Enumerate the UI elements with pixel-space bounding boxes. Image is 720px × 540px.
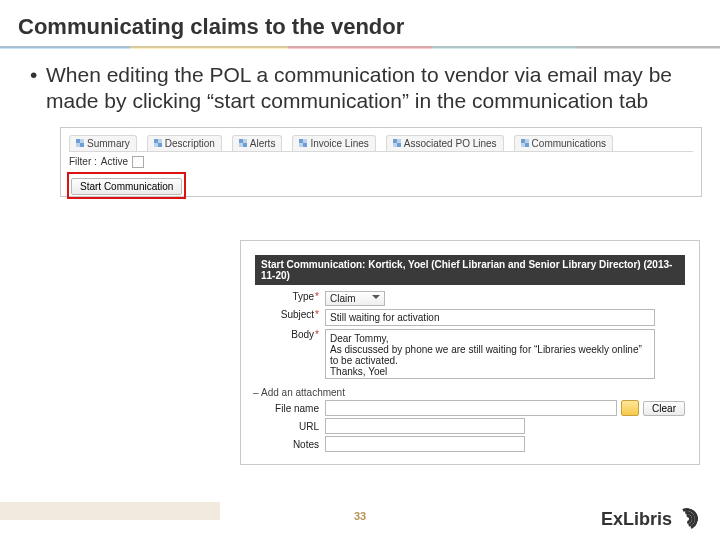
dialog-header: Start Communication: Kortick, Yoel (Chie… — [255, 255, 685, 285]
row-body: Body* Dear Tommy, As discussed by phone … — [255, 329, 685, 379]
url-label: URL — [255, 421, 325, 432]
tab-label: Description — [165, 138, 215, 149]
grid-icon — [154, 139, 162, 147]
title-underline — [0, 46, 720, 48]
grid-icon — [393, 139, 401, 147]
filename-label: File name — [255, 403, 325, 414]
clear-button[interactable]: Clear — [643, 401, 685, 416]
page-number: 33 — [354, 510, 366, 522]
tab-label: Communications — [532, 138, 606, 149]
tab-label: Invoice Lines — [310, 138, 368, 149]
row-url: URL — [255, 418, 685, 434]
tab-communications[interactable]: Communications — [514, 135, 613, 151]
type-label: Type — [292, 291, 314, 302]
type-select[interactable]: Claim — [325, 291, 385, 306]
subject-input[interactable]: Still waiting for activation — [325, 309, 655, 326]
footer-bar — [0, 502, 220, 520]
tab-label: Alerts — [250, 138, 276, 149]
required-asterisk: * — [315, 291, 319, 302]
filename-input[interactable] — [325, 400, 617, 416]
tab-label: Summary — [87, 138, 130, 149]
required-asterisk: * — [315, 329, 319, 340]
tab-alerts[interactable]: Alerts — [232, 135, 283, 151]
logo-arcs-icon — [676, 508, 698, 530]
grid-icon — [239, 139, 247, 147]
filter-picker-icon[interactable] — [132, 156, 144, 168]
logo-text: ExLibris — [601, 509, 672, 530]
tab-description[interactable]: Description — [147, 135, 222, 151]
filter-value: Active — [101, 156, 128, 167]
type-value: Claim — [330, 293, 356, 304]
slide-title: Communicating claims to the vendor — [0, 0, 720, 46]
tab-summary[interactable]: Summary — [69, 135, 137, 151]
embedded-screenshot-tabs: Summary Description Alerts Invoice Lines… — [60, 127, 702, 197]
start-communication-highlight: Start Communication — [67, 172, 186, 199]
subject-label: Subject — [281, 309, 314, 320]
grid-icon — [76, 139, 84, 147]
folder-icon[interactable] — [621, 400, 639, 416]
bullet-dot: • — [30, 62, 46, 115]
row-subject: Subject* Still waiting for activation — [255, 309, 685, 326]
tab-label: Associated PO Lines — [404, 138, 497, 149]
body-label: Body — [291, 329, 314, 340]
attachment-section-title: Add an attachment — [261, 387, 685, 398]
bullet-text: When editing the POL a communication to … — [46, 62, 690, 115]
notes-label: Notes — [255, 439, 325, 450]
tab-associated-po-lines[interactable]: Associated PO Lines — [386, 135, 504, 151]
exlibris-logo: ExLibris — [601, 508, 698, 530]
filter-label: Filter : — [69, 156, 97, 167]
slide: Communicating claims to the vendor • Whe… — [0, 0, 720, 540]
start-communication-button[interactable]: Start Communication — [71, 178, 182, 195]
grid-icon — [299, 139, 307, 147]
tab-bar: Summary Description Alerts Invoice Lines… — [69, 132, 693, 152]
filter-row: Filter : Active — [69, 156, 144, 168]
notes-input[interactable] — [325, 436, 525, 452]
tab-invoice-lines[interactable]: Invoice Lines — [292, 135, 375, 151]
required-asterisk: * — [315, 309, 319, 320]
embedded-screenshot-dialog: Start Communication: Kortick, Yoel (Chie… — [240, 240, 700, 465]
row-notes: Notes — [255, 436, 685, 452]
row-type: Type* Claim — [255, 291, 685, 306]
row-filename: File name Clear — [255, 400, 685, 416]
bullet-item: • When editing the POL a communication t… — [0, 48, 720, 121]
url-input[interactable] — [325, 418, 525, 434]
grid-icon — [521, 139, 529, 147]
body-textarea[interactable]: Dear Tommy, As discussed by phone we are… — [325, 329, 655, 379]
